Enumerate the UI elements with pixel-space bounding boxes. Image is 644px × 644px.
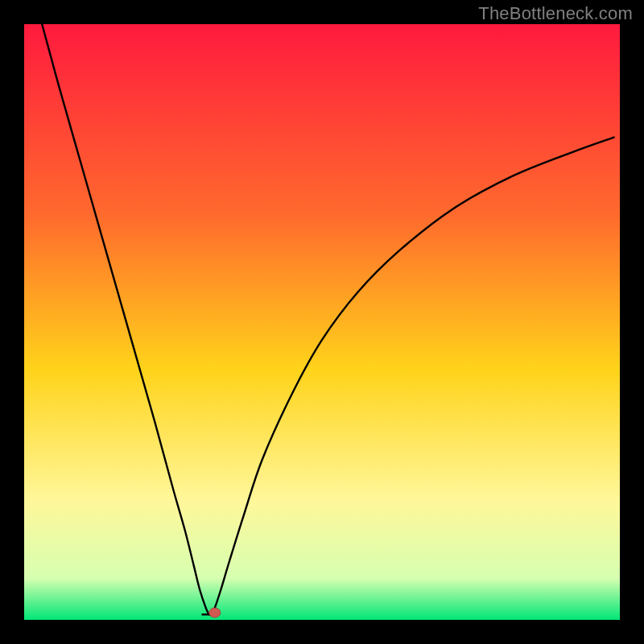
watermark-text: TheBottleneck.com [478, 3, 633, 24]
bottleneck-chart [0, 0, 644, 644]
chart-background-gradient [24, 24, 620, 620]
optimal-point-marker [209, 608, 221, 617]
